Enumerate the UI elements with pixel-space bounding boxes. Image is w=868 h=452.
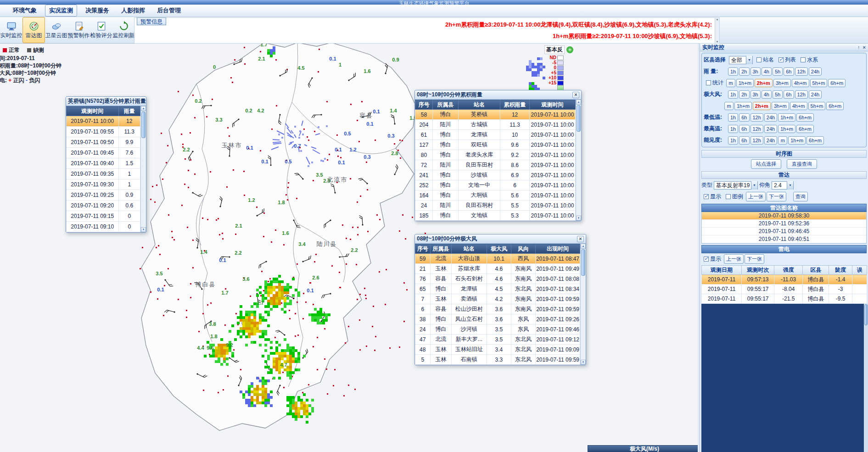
metric-button-24h[interactable]: 24h xyxy=(764,136,777,145)
radar-time-item[interactable]: 2019-07-11 09:40:51 xyxy=(702,235,866,243)
metric-button-6h[interactable]: 6h xyxy=(784,67,794,76)
radar-type-select[interactable]: 基本反射率19▼ xyxy=(714,181,758,190)
metric-button-12h[interactable]: 12h xyxy=(750,136,763,145)
column-header[interactable]: 序号 xyxy=(415,244,431,254)
window-rain-5min[interactable]: 英桥镇(N5702)逐5分钟累计雨量 × 观测时间雨量2019-07-11 10… xyxy=(66,96,146,233)
metric-button-6h[interactable]: 6h xyxy=(784,90,794,99)
table-row[interactable]: 2019-07-11 09:401.5 xyxy=(67,158,140,169)
metric-button-1hpm[interactable]: 1h+m xyxy=(778,125,795,133)
menu-item-3[interactable]: 决策服务 xyxy=(82,5,113,16)
metric-button-4h[interactable]: 4h xyxy=(762,67,772,76)
table-row[interactable]: 7玉林卖酒镇4.2东南风2019-07-11 09:59 xyxy=(415,294,580,304)
metric-button-2h[interactable]: 2h xyxy=(739,90,749,99)
metric-button-2hpm[interactable]: 2h+m xyxy=(753,102,771,110)
metric-button-5hpm[interactable]: 5h+m xyxy=(808,102,826,110)
table-row[interactable]: 2019-07-1109:55:17-8.04博白县-3 xyxy=(702,285,867,294)
sidebar-scrollbar[interactable] xyxy=(864,304,868,452)
metric-button-4hpm[interactable]: 4h+m xyxy=(790,102,807,110)
table-row[interactable]: 2019-07-1109:57:13-11.03博白县-1.4 xyxy=(702,275,867,285)
close-icon[interactable]: × xyxy=(577,236,584,242)
table-row[interactable]: 2019-07-11 09:150 xyxy=(67,211,140,222)
metric-button-12h[interactable]: 12h xyxy=(795,90,808,99)
menu-item-2[interactable]: 实况监测 xyxy=(45,5,77,17)
tool-satellite[interactable]: 卫星云图 xyxy=(45,17,67,43)
scrollbar[interactable]: ▲▼ xyxy=(576,100,581,221)
lightning-next-button[interactable]: 下一张 xyxy=(745,254,764,264)
metric-button-1h[interactable]: 1h xyxy=(728,125,738,133)
station-select-button[interactable]: 站点选择 xyxy=(751,159,781,169)
close-icon[interactable]: × xyxy=(572,92,579,98)
column-header[interactable]: 区县 xyxy=(803,266,829,275)
window-wind-max[interactable]: 08时~10时00分钟极大风 × 序号所属县站名极大风风向出现时间59北流大容山… xyxy=(414,234,586,365)
metric-button-1h[interactable]: 1h xyxy=(728,67,738,76)
metric-button-m[interactable]: m xyxy=(724,102,734,110)
metric-button-12h[interactable]: 12h xyxy=(795,67,808,76)
checkbox-stat[interactable]: 统计 xyxy=(706,79,723,87)
table-row[interactable]: 185博白文地镇5.32019-07-11 10:00 xyxy=(415,211,576,221)
metric-button-6hpm[interactable]: 6h+m xyxy=(806,136,824,145)
column-header[interactable]: 陡度 xyxy=(829,266,852,275)
tool-edit[interactable]: 预警制作 xyxy=(67,17,90,43)
column-header[interactable]: 所属县 xyxy=(432,100,458,110)
table-row[interactable]: 65博白龙潭镇4.5东北风2019-07-11 08:34 xyxy=(415,284,580,294)
tool-monitor[interactable]: 实时监控 xyxy=(0,17,22,43)
menu-item-5[interactable]: 后台管理 xyxy=(153,5,185,16)
radar-elev-select[interactable]: 2.4▼ xyxy=(772,181,794,190)
table-row[interactable]: 2019-07-11 09:301 xyxy=(67,179,140,190)
metric-button-12h[interactable]: 12h xyxy=(750,113,763,122)
column-header[interactable]: 序号 xyxy=(415,100,433,110)
metric-button-1h[interactable]: 1h xyxy=(728,113,738,122)
metric-button-3h[interactable]: 3h xyxy=(750,90,761,99)
zoom-in-icon[interactable]: + xyxy=(566,46,573,53)
table-row[interactable]: 241博白沙坡镇6.92019-07-11 10:00 xyxy=(415,170,576,180)
column-header[interactable]: 观测时间 xyxy=(67,106,119,116)
radar-time-item[interactable]: 2019-07-11 09:46:45 xyxy=(702,228,866,235)
table-row[interactable]: 6容县松山沙田村3.6东南风2019-07-11 09:59 xyxy=(415,304,580,314)
metric-button-2h[interactable]: 2h xyxy=(739,67,749,76)
district-select[interactable]: 全部▼ xyxy=(729,56,753,64)
metric-button-24h[interactable]: 24h xyxy=(809,90,822,99)
metric-button-1h[interactable]: 1h xyxy=(728,136,738,145)
column-header[interactable]: 站名 xyxy=(451,244,487,254)
metric-button-1hpm[interactable]: 1h+m xyxy=(736,79,754,87)
table-row[interactable]: 24博白沙河镇3.5东风2019-07-11 09:46 xyxy=(415,324,580,335)
table-row[interactable]: 38博白凤山立石村3.6东风2019-07-11 09:26 xyxy=(415,314,580,324)
metric-button-6hpm[interactable]: 6h+m xyxy=(828,79,846,87)
checkbox-radar-show[interactable]: 显示 xyxy=(704,193,721,201)
metric-button-6hpm[interactable]: 6h+m xyxy=(826,102,844,110)
metric-button-3hpm[interactable]: 3h+m xyxy=(773,79,791,87)
column-header[interactable]: 出现时间 xyxy=(536,244,580,254)
pin-icon[interactable]: ↑ xyxy=(857,45,860,50)
column-header[interactable]: 观测时次 xyxy=(742,266,774,275)
metric-button-m[interactable]: m xyxy=(726,79,735,87)
column-header[interactable]: 极大风 xyxy=(487,244,511,254)
table-row[interactable]: 2019-07-11 09:250.9 xyxy=(67,190,140,201)
metric-button-24h[interactable]: 24h xyxy=(764,125,777,133)
table-row[interactable]: 2019-07-11 10:0012 xyxy=(67,116,140,127)
warning-scrollbar[interactable]: ▲▼ xyxy=(715,18,719,43)
radar-query-button[interactable]: 查询 xyxy=(793,192,808,201)
checkbox-station[interactable]: 站名 xyxy=(756,56,774,64)
column-header[interactable]: 观测日期 xyxy=(702,266,742,275)
table-row[interactable]: 2019-07-11 09:457.6 xyxy=(67,148,140,158)
table-row[interactable]: 59北流大容山顶10.1西风2019-07-11 08:47 xyxy=(415,254,580,264)
metric-button-24h[interactable]: 24h xyxy=(764,113,777,122)
column-header[interactable]: 所属县 xyxy=(430,244,451,254)
table-row[interactable]: 2019-07-11 09:200.6 xyxy=(67,201,140,211)
metric-button-4hpm[interactable]: 4h+m xyxy=(792,79,809,87)
checkbox-lightning-show[interactable]: 显示 xyxy=(704,255,721,263)
column-header[interactable]: 观测时间 xyxy=(530,100,576,110)
metric-button-5hpm[interactable]: 5h+m xyxy=(810,79,828,87)
table-row[interactable]: 252博白文地一中62019-07-11 10:00 xyxy=(415,180,576,190)
table-row[interactable]: 48玉林玉林站旧址3.4东北风2019-07-11 09:09 xyxy=(415,345,580,355)
checkbox-water[interactable]: 水系 xyxy=(801,56,818,64)
metric-button-2hpm[interactable]: 2h+m xyxy=(755,79,773,87)
radar-next-button[interactable]: 下一张 xyxy=(767,192,786,201)
column-header[interactable]: 风向 xyxy=(511,244,535,254)
table-row[interactable]: 80博白老虎头水库9.22019-07-11 10:00 xyxy=(415,150,576,160)
table-row[interactable]: 24陆川良田石垌村5.52019-07-11 10:00 xyxy=(415,201,576,211)
menu-item-1[interactable]: 环境气象 xyxy=(9,5,40,16)
table-row[interactable]: 2019-07-1109:55:17-21.5博白县-9.5 xyxy=(702,294,867,304)
metric-button-1hpm[interactable]: 1h+m xyxy=(734,102,752,110)
column-header[interactable]: 雨量 xyxy=(118,106,140,116)
